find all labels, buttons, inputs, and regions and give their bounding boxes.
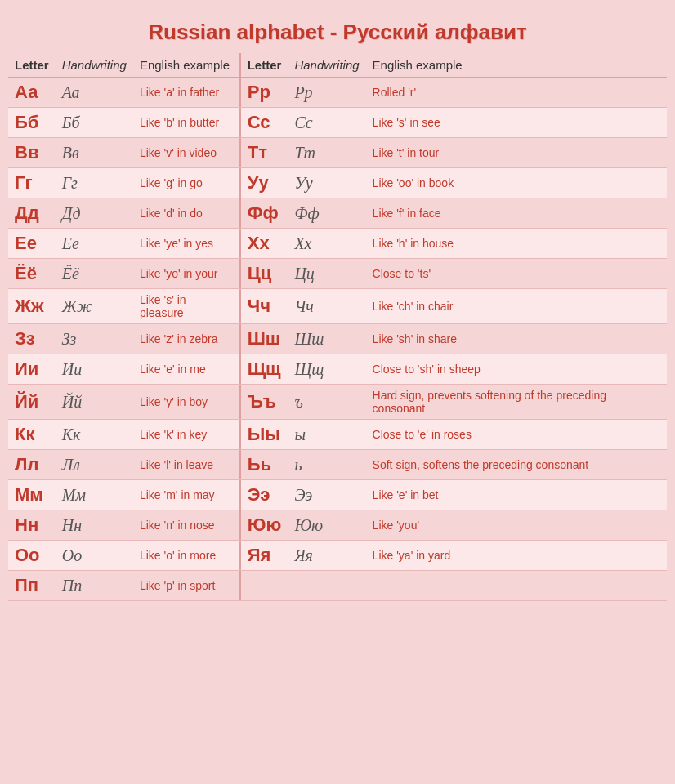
example-left: Like 'y' in boy [133, 385, 239, 420]
letter-left: Лл [8, 450, 56, 480]
example-left: Like 'yo' in your [133, 259, 239, 289]
example-right: Like 'e' in bet [366, 480, 667, 510]
table-row: ГгГгLike 'g' in goУуУуLike 'oo' in book [8, 168, 667, 198]
handwriting-right: Уу [288, 168, 365, 198]
letter-right [241, 571, 288, 601]
handwriting-right: Фф [288, 198, 365, 229]
table-row: ЖжЖжLike 's' in pleasureЧчЧчLike 'ch' in… [8, 289, 667, 324]
example-left: Like 'm' in may [133, 480, 239, 510]
example-right: Like 'f' in face [366, 198, 667, 229]
table-row: БбБбLike 'b' in butterСсСсLike 's' in se… [8, 108, 667, 138]
handwriting-left: Аа [56, 78, 133, 108]
letter-right: Ыы [241, 420, 288, 450]
handwriting-right: ъ [288, 385, 365, 420]
table-row: КкКкLike 'k' in keyЫыыClose to 'e' in ro… [8, 420, 667, 450]
example-left: Like 'n' in nose [133, 510, 239, 541]
example-left: Like 'l' in leave [133, 450, 239, 480]
handwriting-left: Мм [56, 480, 133, 510]
example-right: Like 's' in see [366, 108, 667, 138]
handwriting-left: Лл [56, 450, 133, 480]
header-example-right: English example [366, 53, 667, 78]
header-example-left: English example [133, 53, 239, 78]
example-left: Like 'v' in video [133, 138, 239, 168]
example-right: Like 'h' in house [366, 229, 667, 259]
letter-left: Гг [8, 168, 56, 198]
letter-left: Ее [8, 229, 56, 259]
example-right: Hard sign, prevents softening of the pre… [366, 385, 667, 420]
table-row: ДдДдLike 'd' in doФфФфLike 'f' in face [8, 198, 667, 229]
letter-left: Оо [8, 541, 56, 571]
handwriting-right: Юю [288, 510, 365, 541]
handwriting-left: Йй [56, 385, 133, 420]
letter-right: Уу [241, 168, 288, 198]
table-row: ЁёЁёLike 'yo' in yourЦцЦцClose to 'ts' [8, 259, 667, 289]
letter-right: Ьь [241, 450, 288, 480]
handwriting-right: Щщ [288, 354, 365, 385]
letter-right: Яя [241, 541, 288, 571]
letter-left: Ии [8, 354, 56, 385]
table-row: ЛлЛлLike 'l' in leaveЬььSoft sign, softe… [8, 450, 667, 480]
handwriting-left: Ее [56, 229, 133, 259]
letter-right: Ъъ [241, 385, 288, 420]
example-left: Like 'b' in butter [133, 108, 239, 138]
letter-left: Нн [8, 510, 56, 541]
letter-right: Юю [241, 510, 288, 541]
handwriting-right: Хх [288, 229, 365, 259]
table-row: ЙйЙйLike 'y' in boyЪъъHard sign, prevent… [8, 385, 667, 420]
example-left: Like 'e' in me [133, 354, 239, 385]
example-left: Like 'a' in father [133, 78, 239, 108]
table-row: МмМмLike 'm' in mayЭэЭэLike 'e' in bet [8, 480, 667, 510]
letter-left: Жж [8, 289, 56, 324]
header-handwriting-right: Handwriting [288, 53, 365, 78]
handwriting-right: Сс [288, 108, 365, 138]
example-right: Rolled 'r' [366, 78, 667, 108]
handwriting-right: Чч [288, 289, 365, 324]
letter-right: Чч [241, 289, 288, 324]
handwriting-right: ь [288, 450, 365, 480]
example-right: Close to 'ts' [366, 259, 667, 289]
table-row: АаАаLike 'a' in fatherРрРрRolled 'r' [8, 78, 667, 108]
handwriting-right: Ээ [288, 480, 365, 510]
handwriting-left: Дд [56, 198, 133, 229]
example-left: Like 'z' in zebra [133, 324, 239, 354]
handwriting-right: Яя [288, 541, 365, 571]
handwriting-left: Нн [56, 510, 133, 541]
example-left: Like 'ye' in yes [133, 229, 239, 259]
example-right: Like 'oo' in book [366, 168, 667, 198]
handwriting-right: ы [288, 420, 365, 450]
table-row: ЗзЗзLike 'z' in zebraШшШшLike 'sh' in sh… [8, 324, 667, 354]
example-left: Like 'g' in go [133, 168, 239, 198]
handwriting-left: Бб [56, 108, 133, 138]
example-right: Like 'ya' in yard [366, 541, 667, 571]
letter-right: Фф [241, 198, 288, 229]
letter-right: Сс [241, 108, 288, 138]
handwriting-left: Ёё [56, 259, 133, 289]
letter-right: Хх [241, 229, 288, 259]
letter-right: Рр [241, 78, 288, 108]
example-right [366, 571, 667, 601]
example-right: Like 't' in tour [366, 138, 667, 168]
letter-left: Пп [8, 571, 56, 601]
example-left: Like 'p' in sport [133, 571, 239, 601]
handwriting-left: Ии [56, 354, 133, 385]
letter-left: Бб [8, 108, 56, 138]
example-left: Like 'o' in more [133, 541, 239, 571]
example-right: Like 'you' [366, 510, 667, 541]
page-title: Russian alphabet - Русский алфавит [8, 8, 667, 53]
example-right: Close to 'e' in roses [366, 420, 667, 450]
letter-left: Мм [8, 480, 56, 510]
letter-left: Вв [8, 138, 56, 168]
letter-right: Шш [241, 324, 288, 354]
example-right: Soft sign, softens the preceding consona… [366, 450, 667, 480]
letter-right: Тт [241, 138, 288, 168]
letter-left: Зз [8, 324, 56, 354]
letter-left: Кк [8, 420, 56, 450]
table-row: НнНнLike 'n' in noseЮюЮюLike 'you' [8, 510, 667, 541]
handwriting-right [288, 571, 365, 601]
header-letter-right: Letter [241, 53, 288, 78]
handwriting-right: Цц [288, 259, 365, 289]
alphabet-table: Letter Handwriting English example Lette… [8, 53, 667, 601]
handwriting-left: Гг [56, 168, 133, 198]
header-letter-left: Letter [8, 53, 56, 78]
table-row: ОоОоLike 'o' in moreЯяЯяLike 'ya' in yar… [8, 541, 667, 571]
